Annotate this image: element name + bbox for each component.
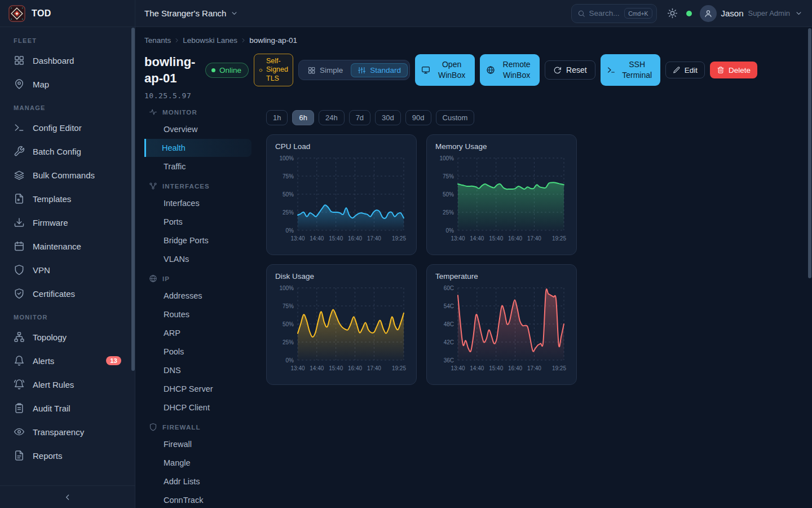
device-nav-item-addr-lists[interactable]: Addr Lists bbox=[144, 472, 251, 491]
device-nav-item-dns[interactable]: DNS bbox=[144, 361, 251, 379]
svg-text:0%: 0% bbox=[286, 227, 294, 234]
svg-text:100%: 100% bbox=[279, 285, 294, 291]
remote-winbox-button[interactable]: Remote WinBox bbox=[480, 54, 540, 86]
sidebar-item-alerts[interactable]: Alerts13 bbox=[7, 349, 128, 373]
sidebar-item-certificates[interactable]: Certificates bbox=[7, 282, 128, 305]
device-nav-section-label: IP bbox=[162, 275, 170, 282]
button-label: Reset bbox=[566, 65, 587, 75]
svg-text:75%: 75% bbox=[283, 303, 294, 309]
sidebar-item-label: Maintenance bbox=[33, 242, 81, 251]
sidebar-item-alert-rules[interactable]: Alert Rules bbox=[7, 373, 128, 396]
search-placeholder: Search... bbox=[589, 9, 620, 17]
open-winbox-button[interactable]: Open WinBox bbox=[415, 54, 475, 86]
svg-text:25%: 25% bbox=[283, 339, 294, 345]
device-nav-item-conntrack[interactable]: ConnTrack bbox=[144, 491, 251, 508]
svg-text:17:40: 17:40 bbox=[527, 365, 541, 371]
sidebar-item-label: Map bbox=[33, 80, 49, 89]
reset-button[interactable]: Reset bbox=[545, 60, 595, 80]
sidebar-item-batch-config[interactable]: Batch Config bbox=[7, 139, 128, 163]
sidebar-item-config-editor[interactable]: Config Editor bbox=[7, 116, 128, 139]
button-label: Remote WinBox bbox=[500, 59, 533, 81]
time-range-24h[interactable]: 24h bbox=[319, 110, 345, 125]
svg-text:19:25: 19:25 bbox=[552, 365, 566, 371]
shield-alert-small-icon bbox=[258, 68, 263, 73]
sidebar-item-templates[interactable]: Templates bbox=[7, 187, 128, 211]
sidebar-item-maintenance[interactable]: Maintenance bbox=[7, 234, 128, 258]
sidebar-item-map[interactable]: Map bbox=[7, 72, 128, 96]
time-range-1h[interactable]: 1h bbox=[266, 110, 288, 125]
device-nav-item-addresses[interactable]: Addresses bbox=[144, 287, 251, 305]
sidebar-item-reports[interactable]: Reports bbox=[7, 444, 128, 467]
button-label: SSH Terminal bbox=[620, 59, 654, 81]
charts-grid: CPU Load0%25%50%75%100%13:4014:4015:4016… bbox=[266, 134, 812, 385]
theme-toggle-button[interactable] bbox=[667, 8, 678, 19]
activity-icon bbox=[149, 108, 157, 116]
breadcrumb-item-tenants[interactable]: Tenants bbox=[144, 36, 171, 45]
tenant-selector[interactable]: The Stranger's Ranch bbox=[144, 8, 239, 18]
device-nav-item-firewall[interactable]: Firewall bbox=[144, 435, 251, 453]
search-input[interactable]: Search... Cmd+K bbox=[571, 4, 657, 23]
ssh-terminal-button[interactable]: SSH Terminal bbox=[601, 54, 660, 86]
delete-button[interactable]: Delete bbox=[710, 62, 757, 78]
device-nav-item-ports[interactable]: Ports bbox=[144, 213, 251, 231]
view-mode-simple[interactable]: Simple bbox=[301, 63, 350, 77]
device-nav-item-health[interactable]: Health bbox=[144, 139, 251, 157]
view-mode-standard[interactable]: Standard bbox=[351, 63, 408, 77]
svg-text:15:40: 15:40 bbox=[489, 365, 503, 371]
svg-text:19:25: 19:25 bbox=[552, 235, 566, 242]
chart-card-cpu-load: CPU Load0%25%50%75%100%13:4014:4015:4016… bbox=[266, 134, 417, 255]
device-nav-section-label: INTERFACES bbox=[162, 183, 210, 190]
tls-warning-text: Self-Signed TLS bbox=[266, 57, 289, 84]
time-range-6h[interactable]: 6h bbox=[292, 110, 314, 125]
device-nav-item-dhcp-server[interactable]: DHCP Server bbox=[144, 380, 251, 398]
sidebar-scrollbar[interactable] bbox=[131, 28, 135, 371]
device-nav-item-overview[interactable]: Overview bbox=[144, 120, 251, 138]
device-nav-item-vlans[interactable]: VLANs bbox=[144, 250, 251, 268]
view-mode-label: Standard bbox=[370, 66, 401, 75]
device-nav-item-routes[interactable]: Routes bbox=[144, 305, 251, 323]
time-range-30d[interactable]: 30d bbox=[375, 110, 401, 125]
user-menu[interactable]: Jason Super Admin bbox=[700, 5, 803, 22]
button-label: Delete bbox=[729, 66, 751, 75]
chevron-down-icon bbox=[230, 9, 239, 17]
device-nav-item-interfaces[interactable]: Interfaces bbox=[144, 194, 251, 212]
user-icon bbox=[704, 9, 713, 18]
edit-button[interactable]: Edit bbox=[665, 62, 705, 78]
sidebar-item-transparency[interactable]: Transparency bbox=[7, 420, 128, 444]
sidebar-item-topology[interactable]: Topology bbox=[7, 325, 128, 349]
sidebar-item-firmware[interactable]: Firmware bbox=[7, 211, 128, 234]
device-nav-item-pools[interactable]: Pools bbox=[144, 343, 251, 361]
sidebar-item-vpn[interactable]: VPN bbox=[7, 258, 128, 282]
sliders-icon bbox=[358, 66, 366, 75]
time-range-7d[interactable]: 7d bbox=[349, 110, 370, 125]
svg-text:16:40: 16:40 bbox=[508, 365, 522, 371]
chart-title: CPU Load bbox=[275, 142, 409, 151]
device-nav-item-arp[interactable]: ARP bbox=[144, 324, 251, 342]
sun-icon bbox=[667, 8, 678, 19]
device-nav-item-mangle[interactable]: Mangle bbox=[144, 454, 251, 472]
svg-text:0%: 0% bbox=[286, 357, 294, 364]
online-dot bbox=[211, 68, 215, 72]
sidebar-item-dashboard[interactable]: Dashboard bbox=[7, 49, 128, 72]
svg-text:25%: 25% bbox=[443, 209, 454, 216]
page-scrollbar[interactable] bbox=[808, 28, 811, 278]
svg-text:50%: 50% bbox=[283, 321, 294, 327]
time-range-90d[interactable]: 90d bbox=[405, 110, 431, 125]
connection-status-dot bbox=[686, 11, 692, 16]
sidebar-item-label: Audit Trail bbox=[33, 404, 70, 413]
sidebar-item-label: Reports bbox=[33, 451, 63, 461]
time-range-custom[interactable]: Custom bbox=[436, 110, 475, 125]
svg-text:75%: 75% bbox=[283, 173, 294, 179]
sidebar-item-label: VPN bbox=[33, 265, 50, 275]
device-nav-item-dhcp-client[interactable]: DHCP Client bbox=[144, 398, 251, 417]
sidebar-item-audit-trail[interactable]: Audit Trail bbox=[7, 396, 128, 420]
breadcrumb-item-lebowski-lanes[interactable]: Lebowski Lanes bbox=[183, 36, 237, 45]
sidebar-item-bulk-commands[interactable]: Bulk Commands bbox=[7, 163, 128, 187]
device-nav-item-bridge-ports[interactable]: Bridge Ports bbox=[144, 231, 251, 249]
device-nav-item-traffic[interactable]: Traffic bbox=[144, 157, 251, 176]
sidebar-item-label: Topology bbox=[33, 332, 67, 342]
sidebar-item-label: Batch Config bbox=[33, 147, 81, 156]
terminal-icon bbox=[14, 122, 25, 133]
device-nav-section-interfaces: INTERFACES bbox=[144, 176, 257, 194]
sidebar-collapse-button[interactable] bbox=[0, 485, 135, 508]
